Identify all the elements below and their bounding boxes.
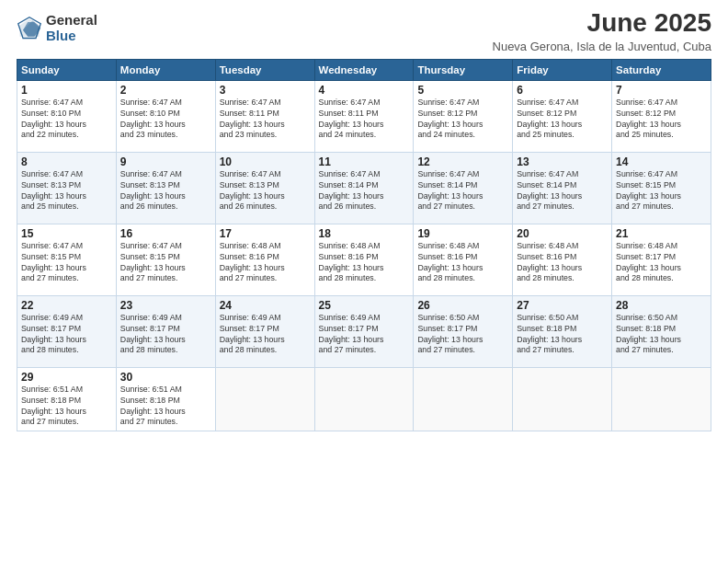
- cell-details: Sunrise: 6:48 AMSunset: 8:16 PMDaylight:…: [417, 241, 508, 285]
- day-number: 21: [616, 227, 707, 240]
- day-header-tuesday: Tuesday: [215, 59, 314, 80]
- calendar-cell: 30Sunrise: 6:51 AMSunset: 8:18 PMDayligh…: [116, 367, 215, 431]
- day-number: 12: [417, 155, 508, 168]
- day-header-friday: Friday: [513, 59, 612, 80]
- cell-details: Sunrise: 6:47 AMSunset: 8:12 PMDaylight:…: [517, 98, 608, 142]
- day-header-wednesday: Wednesday: [314, 59, 414, 80]
- calendar-cell: [513, 367, 612, 431]
- cell-details: Sunrise: 6:47 AMSunset: 8:13 PMDaylight:…: [220, 169, 311, 213]
- day-number: 17: [220, 227, 311, 240]
- calendar-cell: 1Sunrise: 6:47 AMSunset: 8:10 PMDaylight…: [17, 80, 117, 152]
- day-number: 6: [517, 84, 608, 97]
- calendar-cell: 29Sunrise: 6:51 AMSunset: 8:18 PMDayligh…: [17, 367, 117, 431]
- calendar-cell: 10Sunrise: 6:47 AMSunset: 8:13 PMDayligh…: [215, 152, 314, 224]
- calendar-cell: 11Sunrise: 6:47 AMSunset: 8:14 PMDayligh…: [314, 152, 414, 224]
- cell-details: Sunrise: 6:47 AMSunset: 8:10 PMDaylight:…: [120, 98, 211, 142]
- calendar-cell: [612, 367, 711, 431]
- calendar-cell: 25Sunrise: 6:49 AMSunset: 8:17 PMDayligh…: [314, 295, 414, 367]
- cell-details: Sunrise: 6:48 AMSunset: 8:17 PMDaylight:…: [616, 241, 707, 285]
- calendar-cell: 18Sunrise: 6:48 AMSunset: 8:16 PMDayligh…: [314, 224, 414, 295]
- calendar-cell: 6Sunrise: 6:47 AMSunset: 8:12 PMDaylight…: [513, 80, 612, 152]
- logo-general: General: [46, 13, 97, 29]
- calendar-table: SundayMondayTuesdayWednesdayThursdayFrid…: [17, 59, 711, 432]
- day-number: 13: [517, 155, 608, 168]
- calendar-cell: 27Sunrise: 6:50 AMSunset: 8:18 PMDayligh…: [513, 295, 612, 367]
- calendar-cell: 21Sunrise: 6:48 AMSunset: 8:17 PMDayligh…: [612, 224, 711, 295]
- cell-details: Sunrise: 6:48 AMSunset: 8:16 PMDaylight:…: [220, 241, 311, 285]
- cell-details: Sunrise: 6:47 AMSunset: 8:14 PMDaylight:…: [517, 169, 608, 213]
- day-number: 23: [120, 299, 211, 312]
- calendar-cell: 17Sunrise: 6:48 AMSunset: 8:16 PMDayligh…: [215, 224, 314, 295]
- cell-details: Sunrise: 6:49 AMSunset: 8:17 PMDaylight:…: [21, 313, 112, 357]
- day-number: 19: [417, 227, 508, 240]
- calendar-cell: 26Sunrise: 6:50 AMSunset: 8:17 PMDayligh…: [414, 295, 513, 367]
- day-number: 15: [21, 227, 112, 240]
- day-header-sunday: Sunday: [17, 59, 117, 80]
- cell-details: Sunrise: 6:50 AMSunset: 8:17 PMDaylight:…: [417, 313, 508, 357]
- cell-details: Sunrise: 6:47 AMSunset: 8:14 PMDaylight:…: [417, 169, 508, 213]
- logo-text: General Blue: [46, 13, 97, 43]
- calendar-cell: 14Sunrise: 6:47 AMSunset: 8:15 PMDayligh…: [612, 152, 711, 224]
- cell-details: Sunrise: 6:49 AMSunset: 8:17 PMDaylight:…: [220, 313, 311, 357]
- calendar-cell: 28Sunrise: 6:50 AMSunset: 8:18 PMDayligh…: [612, 295, 711, 367]
- calendar-cell: 2Sunrise: 6:47 AMSunset: 8:10 PMDaylight…: [116, 80, 215, 152]
- calendar-cell: 13Sunrise: 6:47 AMSunset: 8:14 PMDayligh…: [513, 152, 612, 224]
- day-number: 3: [220, 84, 311, 97]
- calendar-cell: [314, 367, 414, 431]
- day-number: 20: [517, 227, 608, 240]
- day-number: 28: [616, 299, 707, 312]
- calendar-cell: 15Sunrise: 6:47 AMSunset: 8:15 PMDayligh…: [17, 224, 117, 295]
- calendar-week-row: 15Sunrise: 6:47 AMSunset: 8:15 PMDayligh…: [17, 224, 711, 295]
- day-number: 16: [120, 227, 211, 240]
- day-number: 24: [220, 299, 311, 312]
- cell-details: Sunrise: 6:49 AMSunset: 8:17 PMDaylight:…: [120, 313, 211, 357]
- day-number: 7: [616, 84, 707, 97]
- day-number: 11: [319, 155, 410, 168]
- calendar-week-row: 22Sunrise: 6:49 AMSunset: 8:17 PMDayligh…: [17, 295, 711, 367]
- logo: General Blue: [17, 13, 97, 43]
- cell-details: Sunrise: 6:47 AMSunset: 8:12 PMDaylight:…: [417, 98, 508, 142]
- day-number: 25: [319, 299, 410, 312]
- cell-details: Sunrise: 6:47 AMSunset: 8:12 PMDaylight:…: [616, 98, 707, 142]
- cell-details: Sunrise: 6:51 AMSunset: 8:18 PMDaylight:…: [120, 385, 211, 429]
- header: General Blue June 2025 Nueva Gerona, Isl…: [17, 9, 711, 53]
- month-title: June 2025: [493, 9, 711, 38]
- day-number: 29: [21, 371, 112, 384]
- cell-details: Sunrise: 6:50 AMSunset: 8:18 PMDaylight:…: [616, 313, 707, 357]
- cell-details: Sunrise: 6:47 AMSunset: 8:11 PMDaylight:…: [220, 98, 311, 142]
- calendar-cell: 16Sunrise: 6:47 AMSunset: 8:15 PMDayligh…: [116, 224, 215, 295]
- title-block: June 2025 Nueva Gerona, Isla de la Juven…: [493, 9, 711, 53]
- calendar-cell: 20Sunrise: 6:48 AMSunset: 8:16 PMDayligh…: [513, 224, 612, 295]
- calendar-cell: 7Sunrise: 6:47 AMSunset: 8:12 PMDaylight…: [612, 80, 711, 152]
- cell-details: Sunrise: 6:49 AMSunset: 8:17 PMDaylight:…: [319, 313, 410, 357]
- calendar-cell: 24Sunrise: 6:49 AMSunset: 8:17 PMDayligh…: [215, 295, 314, 367]
- calendar-cell: 12Sunrise: 6:47 AMSunset: 8:14 PMDayligh…: [414, 152, 513, 224]
- day-number: 2: [120, 84, 211, 97]
- calendar-cell: 5Sunrise: 6:47 AMSunset: 8:12 PMDaylight…: [414, 80, 513, 152]
- day-number: 1: [21, 84, 112, 97]
- cell-details: Sunrise: 6:47 AMSunset: 8:10 PMDaylight:…: [21, 98, 112, 142]
- page: General Blue June 2025 Nueva Gerona, Isl…: [0, 0, 728, 563]
- day-number: 9: [120, 155, 211, 168]
- calendar-cell: 3Sunrise: 6:47 AMSunset: 8:11 PMDaylight…: [215, 80, 314, 152]
- day-number: 22: [21, 299, 112, 312]
- day-number: 30: [120, 371, 211, 384]
- calendar-cell: 19Sunrise: 6:48 AMSunset: 8:16 PMDayligh…: [414, 224, 513, 295]
- calendar-week-row: 29Sunrise: 6:51 AMSunset: 8:18 PMDayligh…: [17, 367, 711, 431]
- calendar-cell: 8Sunrise: 6:47 AMSunset: 8:13 PMDaylight…: [17, 152, 117, 224]
- cell-details: Sunrise: 6:47 AMSunset: 8:15 PMDaylight:…: [616, 169, 707, 213]
- day-number: 14: [616, 155, 707, 168]
- cell-details: Sunrise: 6:47 AMSunset: 8:13 PMDaylight:…: [21, 169, 112, 213]
- day-header-thursday: Thursday: [414, 59, 513, 80]
- calendar-cell: 9Sunrise: 6:47 AMSunset: 8:13 PMDaylight…: [116, 152, 215, 224]
- calendar-cell: 23Sunrise: 6:49 AMSunset: 8:17 PMDayligh…: [116, 295, 215, 367]
- cell-details: Sunrise: 6:47 AMSunset: 8:13 PMDaylight:…: [120, 169, 211, 213]
- cell-details: Sunrise: 6:48 AMSunset: 8:16 PMDaylight:…: [517, 241, 608, 285]
- calendar-cell: 22Sunrise: 6:49 AMSunset: 8:17 PMDayligh…: [17, 295, 117, 367]
- cell-details: Sunrise: 6:51 AMSunset: 8:18 PMDaylight:…: [21, 385, 112, 429]
- logo-blue: Blue: [46, 29, 97, 44]
- cell-details: Sunrise: 6:47 AMSunset: 8:15 PMDaylight:…: [120, 241, 211, 285]
- location-subtitle: Nueva Gerona, Isla de la Juventud, Cuba: [493, 40, 711, 53]
- day-number: 10: [220, 155, 311, 168]
- calendar-week-row: 8Sunrise: 6:47 AMSunset: 8:13 PMDaylight…: [17, 152, 711, 224]
